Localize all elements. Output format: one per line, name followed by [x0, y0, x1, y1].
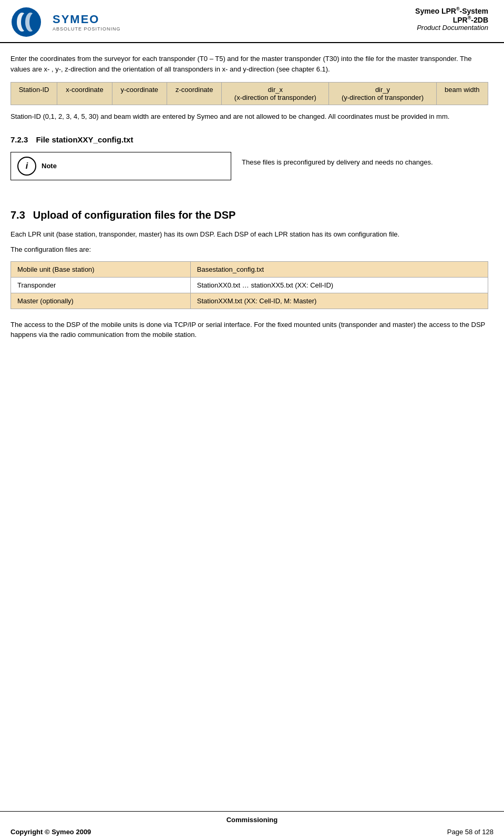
- section-723-title: File stationXXY_config.txt: [36, 135, 133, 144]
- intro-paragraph: Enter the coordinates from the surveyor …: [11, 54, 488, 74]
- section-73-num: 7.3: [11, 209, 25, 221]
- note-icon: i: [17, 157, 36, 176]
- section-73-heading: 7.3Upload of configuration files for the…: [11, 209, 488, 221]
- note-label: Note: [42, 162, 57, 170]
- section-73-body1: Each LPR unit (base station, transponder…: [11, 229, 488, 240]
- logo-text: SYMEO ABSOLUTE POSITIONING: [53, 13, 121, 32]
- coordinate-table: Station-ID x-coordinate y-coordinate z-c…: [11, 82, 488, 105]
- svg-point-4: [29, 13, 40, 32]
- col-x-coord: x-coordinate: [57, 83, 112, 105]
- config-files-table: Mobile unit (Base station) Basestation_c…: [11, 261, 488, 309]
- note-box: i Note: [11, 152, 231, 180]
- brand-tagline: ABSOLUTE POSITIONING: [53, 26, 121, 32]
- col-station-id: Station-ID: [11, 83, 57, 105]
- col-beam-width: beam width: [436, 83, 488, 105]
- section-73-body3: The access to the DSP of the mobile unit…: [11, 320, 488, 340]
- footer-copyright: Copyright © Symeo 2009: [11, 828, 91, 836]
- table-row: Master (optionally) StationXXM.txt (XX: …: [11, 293, 488, 309]
- section-723-num: 7.2.3: [11, 135, 28, 144]
- main-content: Enter the coordinates from the surveyor …: [0, 43, 504, 387]
- product-doc-label: Product Documentation: [415, 24, 488, 32]
- section-73-body2: The configuration files are:: [11, 244, 488, 255]
- page-header: SYMEO ABSOLUTE POSITIONING Symeo LPR®-Sy…: [0, 0, 504, 43]
- logo-area: SYMEO ABSOLUTE POSITIONING: [11, 6, 121, 38]
- section-73-title: Upload of configuration files for the DS…: [33, 209, 236, 221]
- col-y-coord: y-coordinate: [112, 83, 167, 105]
- config-unit-3: Master (optionally): [11, 293, 191, 309]
- page-container: SYMEO ABSOLUTE POSITIONING Symeo LPR®-Sy…: [0, 0, 504, 840]
- note-box-container: i Note These files is preconfigured by d…: [11, 152, 488, 193]
- symeo-logo-icon: [11, 6, 47, 38]
- footer-page: Page 58 of 128: [447, 828, 493, 836]
- config-file-2: StationXX0.txt … stationXX5.txt (XX: Cel…: [190, 277, 488, 293]
- col-dir-y: dir_y(y-direction of transponder): [329, 83, 436, 105]
- table-row: Mobile unit (Base station) Basestation_c…: [11, 261, 488, 277]
- table-note-text: Station-ID (0,1, 2, 3, 4, 5, 30) and bea…: [11, 111, 488, 122]
- footer-bottom-row: Copyright © Symeo 2009 Page 58 of 128: [11, 828, 493, 836]
- section-723-heading: 7.2.3File stationXXY_config.txt: [11, 135, 488, 144]
- brand-name: SYMEO: [53, 13, 121, 26]
- table-row: Transponder StationXX0.txt … stationXX5.…: [11, 277, 488, 293]
- note-description: These files is preconfigured by delivery…: [242, 157, 433, 168]
- col-z-coord: z-coordinate: [167, 83, 221, 105]
- config-file-3: StationXXM.txt (XX: Cell-ID, M: Master): [190, 293, 488, 309]
- config-unit-1: Mobile unit (Base station): [11, 261, 191, 277]
- footer-section-label: Commissioning: [11, 816, 493, 826]
- page-footer: Commissioning Copyright © Symeo 2009 Pag…: [0, 811, 504, 840]
- product-title: Symeo LPR®-System LPR®-2DB: [415, 6, 488, 24]
- header-product-info: Symeo LPR®-System LPR®-2DB Product Docum…: [415, 6, 488, 32]
- config-unit-2: Transponder: [11, 277, 191, 293]
- col-dir-x: dir_x(x-direction of transponder): [222, 83, 329, 105]
- config-file-1: Basestation_config.txt: [190, 261, 488, 277]
